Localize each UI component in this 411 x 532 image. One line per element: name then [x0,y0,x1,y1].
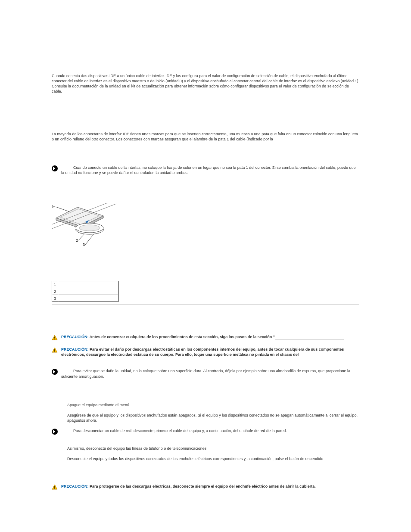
paragraph: Cuando conecta dos dispositivos IDE a un… [52,73,359,94]
notice-aviso: Para desconectar un cable de red, descon… [52,428,359,435]
svg-point-5 [79,225,100,231]
svg-line-9 [85,234,94,245]
svg-text:3: 3 [83,243,85,247]
key-desc [58,281,118,288]
notice-body: Cuando conecte un cable de la interfaz, … [61,165,355,175]
step-item: Desconecte el equipo y todos los disposi… [52,456,359,461]
notice-aviso: Para evitar que se dañe la unidad, no la… [52,368,359,379]
svg-text:2: 2 [76,238,78,243]
key-desc [58,295,118,302]
key-number: 3 [52,295,58,302]
caution-notice: PRECAUCIÓN: Para protegerse de las desca… [52,484,359,490]
caution-notice: PRECAUCIÓN: Antes de comenzar cualquiera… [52,334,359,341]
step-text: Asegúrese de que el equipo y los disposi… [67,413,359,423]
notice-text: Para desconectar un cable de red, descon… [61,428,359,433]
caution-body: Para protegerse de las descargas eléctri… [90,484,316,488]
notice-body: Para evitar que se dañe la unidad, no la… [61,369,350,378]
svg-rect-15 [54,488,55,489]
notice-text: Cuando conecte un cable de la interfaz, … [61,165,359,175]
warning-triangle-icon [52,335,58,341]
step-text: Desconecte el equipo y todos los disposi… [67,456,359,461]
section-divider [52,305,359,305]
caution-text: PRECAUCIÓN: Para evitar el daño por desc… [61,347,359,357]
warning-triangle-icon [52,484,58,490]
svg-rect-12 [54,349,55,351]
notice-text: Para evitar que se dañe la unidad, no la… [61,368,359,379]
arrow-right-circle-icon [52,369,58,375]
step-item: Apague el equipo mediante el menú [52,402,359,408]
caution-text: PRECAUCIÓN: Para protegerse de las desca… [61,484,359,489]
caution-notice: PRECAUCIÓN: Para evitar el daño por desc… [52,347,359,357]
step-text: Asimismo, desconecte del equipo las líne… [67,446,359,451]
caution-text: PRECAUCIÓN: Antes de comenzar cualquiera… [61,334,359,339]
caution-body: Para evitar el daño por descargas electr… [61,347,344,357]
svg-text:1: 1 [52,205,54,209]
svg-rect-10 [54,337,55,339]
key-number: 1 [52,281,58,288]
key-number: 2 [52,288,58,295]
svg-rect-11 [54,339,55,339]
step-item: Asegúrese de que el equipo y los disposi… [52,413,359,423]
notice-aviso: Cuando conecte un cable de la interfaz, … [52,165,359,175]
key-desc [58,288,118,295]
caution-label: PRECAUCIÓN: [61,335,89,339]
paragraph: La mayoría de los conectores de interfaz… [52,131,359,142]
svg-rect-14 [54,486,55,488]
figure-key-table: 1 2 3 [52,281,118,302]
table-row: 2 [52,288,118,295]
arrow-right-circle-icon [52,429,58,435]
warning-triangle-icon [52,347,58,353]
svg-line-7 [78,234,84,240]
step-item: Asimismo, desconecte del equipo las líne… [52,446,359,451]
table-row: 1 [52,281,118,288]
step-text: Apague el equipo mediante el menú [67,402,359,408]
caution-body: Antes de comenzar cualquiera de los proc… [90,335,275,339]
figure-cable-connector: 1 2 3 [52,203,359,252]
blank-link [275,335,344,339]
svg-rect-13 [54,352,55,352]
arrow-right-circle-icon [52,165,58,171]
caution-label: PRECAUCIÓN: [61,347,89,352]
table-row: 3 [52,295,118,302]
caution-label: PRECAUCIÓN: [61,484,89,488]
svg-line-2 [56,207,69,212]
notice-body: Para desconectar un cable de red, descon… [73,429,287,433]
